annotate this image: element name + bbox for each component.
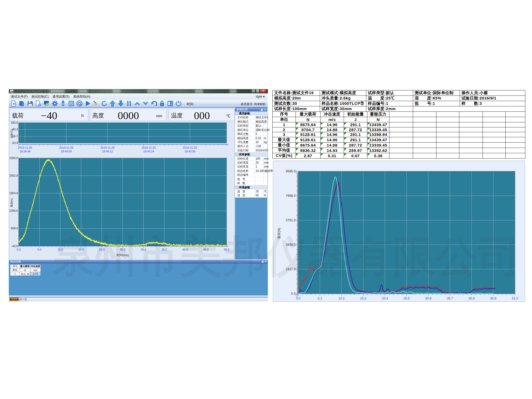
svg-text:20.4: 20.4: [382, 297, 388, 300]
svg-text:9585.0: 9585.0: [286, 169, 296, 173]
svg-text:2019-11-29: 2019-11-29: [142, 146, 156, 149]
svg-text:18:40:24: 18:40:24: [143, 150, 154, 153]
svg-text:16.7: 16.7: [13, 135, 18, 138]
svg-text:18:40:36: 18:40:36: [185, 150, 196, 153]
svg-text:载荷(N): 载荷(N): [10, 198, 13, 207]
svg-text:608.0: 608.0: [11, 227, 18, 230]
svg-text:-50.0: -50.0: [11, 141, 18, 144]
svg-text:51.0: 51.0: [512, 297, 518, 300]
svg-text:2019-11-29: 2019-11-29: [59, 146, 73, 149]
svg-text:83.3: 83.3: [13, 128, 18, 131]
svg-text:1256.0: 1256.0: [10, 209, 18, 212]
svg-text:5.0: 5.0: [38, 248, 41, 251]
svg-text:5.1: 5.1: [318, 297, 322, 300]
svg-text:2019-11-29: 2019-11-29: [183, 146, 197, 149]
svg-text:7668.0: 7668.0: [286, 194, 296, 198]
svg-text:15.3: 15.3: [360, 297, 367, 300]
svg-text:35.7: 35.7: [447, 297, 453, 300]
svg-text:温度(℃): 温度(℃): [10, 129, 13, 138]
svg-text:3200.0: 3200.0: [10, 156, 18, 160]
svg-text:18:40:12: 18:40:12: [102, 150, 113, 153]
svg-text:0.0: 0.0: [17, 248, 21, 251]
svg-text:0.0: 0.0: [291, 292, 296, 296]
svg-text:1904.0: 1904.0: [10, 192, 18, 195]
svg-text:25.5: 25.5: [404, 297, 410, 300]
svg-text:2019-11-29: 2019-11-29: [101, 146, 115, 149]
svg-text:45.9: 45.9: [490, 297, 497, 300]
svg-text:30.6: 30.6: [425, 297, 431, 300]
svg-text:40.8: 40.8: [468, 297, 475, 300]
svg-text:2019-11-29: 2019-11-29: [18, 146, 32, 149]
svg-text:5751.0: 5751.0: [286, 218, 296, 222]
svg-text:150.0: 150.0: [11, 121, 18, 124]
svg-text:-40.0: -40.0: [11, 244, 18, 248]
svg-text:18:40:00: 18:40:00: [61, 150, 72, 153]
svg-text:2552.0: 2552.0: [10, 174, 18, 177]
svg-text:18:39:48: 18:39:48: [20, 150, 31, 153]
svg-text:0.0: 0.0: [296, 297, 301, 300]
svg-text:10.2: 10.2: [338, 297, 345, 300]
